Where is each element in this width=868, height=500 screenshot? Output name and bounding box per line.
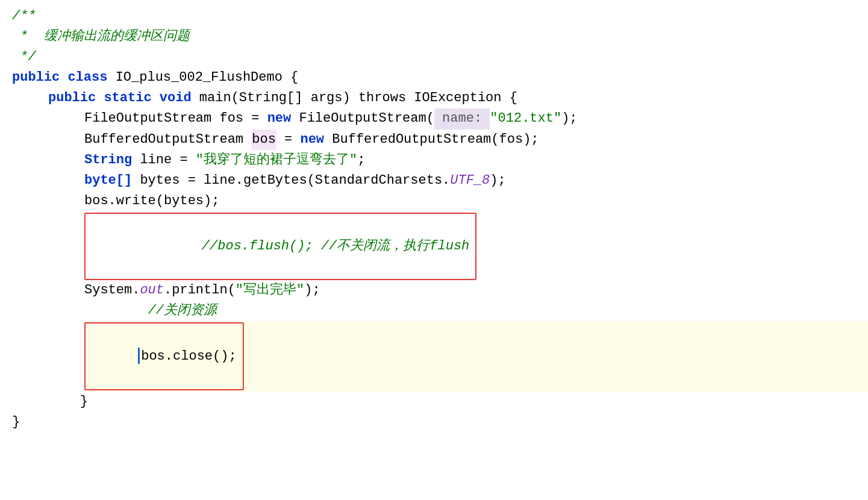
fos-param: name:: [434, 108, 490, 129]
comment-start-line: /**: [12, 6, 868, 27]
fos-filename: "012.txt": [490, 108, 561, 129]
string-val: "我穿了短的裙子逗弯去了": [196, 150, 357, 170]
comment-end: */: [12, 47, 36, 67]
keyword-byte: byte[]: [84, 170, 132, 191]
class-declaration-line: public class IO_plus_002_FlushDemo {: [12, 67, 868, 88]
system-text: System.: [84, 280, 140, 301]
close-line: bos.close();: [84, 321, 868, 391]
utf8-constant: UTF_8: [450, 170, 490, 191]
bos-constructor: BufferedOutputStream(fos);: [332, 130, 539, 150]
close-comment-line: //关闭资源: [84, 301, 868, 321]
fos-type: FileOutputStream fos =: [84, 108, 267, 129]
println-close: );: [304, 280, 320, 301]
println-line: System.out.println("写出完毕");: [84, 280, 868, 301]
string-decl: line =: [140, 150, 195, 170]
outer-brace: }: [12, 412, 20, 433]
code-editor: /** * 缓冲输出流的缓冲区问题 */ public class IO_plu…: [6, 6, 868, 433]
comment-description: * 缓冲输出流的缓冲区问题: [12, 27, 190, 47]
string-semi: ;: [357, 150, 365, 170]
keyword-public-static: public static void: [48, 88, 199, 108]
println-call: .println(: [164, 280, 236, 301]
flush-comment-text: //bos.flush(); //不关闭流，执行flush: [138, 239, 469, 254]
bos-type: BufferedOutputStream: [84, 130, 251, 150]
bos-assign: =: [276, 130, 301, 150]
bos-var: bos: [251, 130, 276, 150]
inner-brace: }: [48, 392, 88, 412]
flush-comment-line: //bos.flush(); //不关闭流，执行flush: [84, 213, 868, 280]
fos-close: );: [561, 108, 577, 129]
main-method-sig: main(String[] args) throws IOException {: [199, 88, 517, 108]
bytes-line: byte[] bytes = line.getBytes(StandardCha…: [84, 170, 868, 191]
out-italic: out: [140, 280, 164, 301]
class-name: IO_plus_002_FlushDemo {: [116, 67, 299, 88]
keyword-string: String: [84, 150, 140, 170]
fos-constructor: FileOutputStream(: [299, 108, 434, 129]
close-call: bos.close();: [141, 349, 236, 364]
write-call: bos.write(bytes);: [84, 191, 219, 211]
close-comment: //关闭资源: [84, 301, 217, 321]
write-line: bos.write(bytes);: [84, 191, 868, 211]
bytes-decl: bytes = line.getBytes(StandardCharsets.: [132, 170, 450, 191]
bos-line: BufferedOutputStream bos = new BufferedO…: [84, 130, 868, 150]
outer-closing-brace: }: [12, 412, 868, 433]
comment-description-line: * 缓冲输出流的缓冲区问题: [12, 27, 868, 47]
keyword-public-class: public class: [12, 67, 116, 88]
string-line: String line = "我穿了短的裙子逗弯去了";: [84, 150, 868, 170]
bytes-semi: );: [490, 170, 505, 191]
keyword-new-fos: new: [267, 108, 299, 129]
main-method-line: public static void main(String[] args) t…: [48, 88, 868, 108]
comment-start: /**: [12, 6, 36, 27]
keyword-new-bos: new: [300, 130, 332, 150]
comment-end-line: */: [12, 47, 868, 67]
fos-line: FileOutputStream fos = new FileOutputStr…: [84, 108, 868, 129]
inner-closing-brace: }: [48, 392, 868, 412]
println-string: "写出完毕": [236, 280, 304, 301]
